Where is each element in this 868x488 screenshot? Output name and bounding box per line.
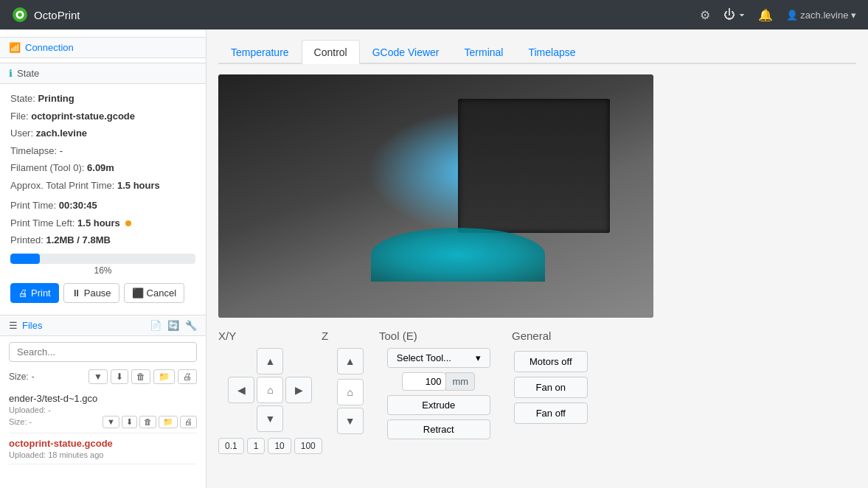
progress-bar-fill: [10, 254, 40, 264]
tab-control[interactable]: Control: [302, 40, 360, 64]
camera-image: [218, 74, 653, 318]
file-item-size-actions: ▼ ⬇ 🗑 📁 🖨: [103, 416, 197, 428]
bell-icon[interactable]: 🔔: [758, 8, 773, 22]
z-minus-button[interactable]: ▼: [337, 408, 364, 434]
fan-on-button[interactable]: Fan on: [514, 377, 588, 398]
file-trash-btn[interactable]: 🗑: [139, 416, 156, 428]
file-label: File:: [10, 111, 29, 122]
x-minus-button[interactable]: ◀: [228, 377, 254, 403]
wrench-files-icon[interactable]: 🔧: [185, 320, 197, 331]
print-file-button[interactable]: 🖨: [178, 369, 197, 384]
z-jog-col: ▲ ⌂ ▼: [337, 348, 364, 434]
wrench-icon[interactable]: ⚙: [700, 8, 710, 22]
file-icon[interactable]: 📄: [150, 320, 162, 331]
files-label[interactable]: Files: [22, 320, 42, 331]
files-section: ☰ Files 📄 🔄 🔧 Size: - ▼ ⬇ 🗑: [0, 315, 206, 464]
files-header-right: 📄 🔄 🔧: [150, 320, 197, 331]
y-plus-button[interactable]: ▲: [257, 348, 283, 374]
file-download-btn[interactable]: ⬇: [122, 416, 137, 428]
tab-terminal[interactable]: Terminal: [452, 40, 516, 64]
filament-label: Filament (Tool 0):: [10, 162, 84, 173]
file-item-meta: Uploaded: -: [9, 405, 197, 414]
xy-jog-col: ▲ ◀ ⌂ ▶ ▼ 0.1 1 10: [218, 348, 322, 454]
file-item-size-row: Size: - ▼ ⬇ 🗑 📁 🖨: [9, 416, 197, 428]
files-size-actions: ▼ ⬇ 🗑 📁 🖨: [88, 369, 197, 384]
brand-name: OctoPrint: [34, 9, 80, 21]
step-100-button[interactable]: 100: [294, 438, 322, 454]
tool-amount-row: mm: [402, 372, 475, 391]
list-item: ender-3/test-d~1.gco Uploaded: - Size: -…: [9, 388, 197, 433]
state-label-text: State:: [10, 93, 35, 104]
cancel-button[interactable]: ⬛ Cancel: [124, 283, 184, 303]
step-10-button[interactable]: 10: [268, 438, 291, 454]
tool-col: Select Tool... ▾ mm Extrude Retract: [387, 348, 490, 439]
action-buttons: 🖨 Print ⏸ Pause ⬛ Cancel: [10, 283, 195, 303]
printed-row: Printed: 1.2MB / 7.8MB: [10, 233, 195, 248]
file-folder-btn[interactable]: 📁: [159, 416, 178, 428]
size-value: -: [32, 372, 35, 382]
empty-cell-1: [228, 348, 254, 374]
jog-controls: X/Y Z Tool (E) General ▲ ◀ ⌂ ▶: [218, 330, 856, 454]
search-input[interactable]: [9, 342, 197, 362]
home-xy-button[interactable]: ⌂: [257, 377, 283, 403]
folder-button[interactable]: 📁: [153, 369, 175, 384]
tab-temperature[interactable]: Temperature: [218, 40, 302, 64]
empty-cell-4: [285, 405, 312, 432]
step-0-1-button[interactable]: 0.1: [218, 438, 244, 454]
y-minus-button[interactable]: ▼: [257, 405, 283, 432]
file-print-btn[interactable]: 🖨: [180, 416, 197, 428]
tool-select-label: Select Tool...: [397, 352, 451, 363]
state-row-timelapse: Timelapse: -: [10, 144, 195, 158]
x-plus-button[interactable]: ▶: [285, 377, 312, 403]
z-header: Z: [322, 330, 358, 342]
files-header-left: ☰ Files: [9, 320, 42, 331]
files-size-row: Size: - ▼ ⬇ 🗑 📁 🖨: [0, 368, 206, 388]
power-icon[interactable]: ⏻ ▾: [723, 8, 744, 21]
files-search-container: [0, 336, 206, 368]
active-file-meta: Uploaded: 18 minutes ago: [9, 450, 197, 459]
print-icon: 🖨: [18, 287, 28, 299]
tab-gcode-viewer[interactable]: GCode Viewer: [360, 40, 452, 64]
refresh-icon[interactable]: 🔄: [167, 320, 179, 331]
camera-feed: [218, 74, 856, 318]
z-spacer: ⌂: [337, 377, 364, 405]
tab-timelapse[interactable]: Timelapse: [515, 40, 588, 64]
z-plus-button[interactable]: ▲: [337, 348, 364, 374]
file-filter-btn[interactable]: ▼: [103, 416, 119, 428]
tool-amount-input[interactable]: [402, 372, 446, 391]
tool-select-button[interactable]: Select Tool... ▾: [387, 348, 490, 368]
tabs: Temperature Control GCode Viewer Termina…: [218, 38, 856, 64]
user-value: zach.levine: [36, 128, 87, 139]
user-menu[interactable]: 👤 zach.levine ▾: [786, 10, 856, 21]
column-headers: X/Y Z Tool (E) General: [218, 330, 856, 342]
step-1-button[interactable]: 1: [247, 438, 265, 454]
printer-simulation: [218, 74, 653, 318]
stop-icon: ⬛: [132, 287, 144, 299]
main-content: Temperature Control GCode Viewer Termina…: [206, 29, 868, 488]
state-label: State: [17, 68, 39, 79]
connection-label[interactable]: Connection: [25, 42, 74, 53]
filter-button[interactable]: ▼: [88, 369, 108, 384]
active-file-name: octoprint-statue.gcode: [9, 438, 197, 449]
state-row-file: File: octoprint-statue.gcode: [10, 109, 195, 124]
fan-off-button[interactable]: Fan off: [514, 402, 588, 424]
print-button[interactable]: 🖨 Print: [10, 283, 59, 303]
retract-button[interactable]: Retract: [387, 419, 490, 439]
motors-off-button[interactable]: Motors off: [514, 351, 588, 372]
extrude-button[interactable]: Extrude: [387, 395, 490, 415]
navbar-right: ⚙ ⏻ ▾ 🔔 👤 zach.levine ▾: [700, 8, 856, 22]
navbar: OctoPrint ⚙ ⏻ ▾ 🔔 👤 zach.levine ▾: [0, 0, 868, 29]
download-button[interactable]: ⬇: [111, 369, 128, 384]
main-layout: 📶 Connection ℹ State State: Printing Fil…: [0, 29, 868, 488]
trash-button[interactable]: 🗑: [131, 369, 150, 384]
empty-cell-2: [285, 348, 312, 374]
general-header: General: [512, 330, 551, 342]
general-col: Motors off Fan on Fan off: [514, 348, 588, 424]
time-left-label: Print Time Left:: [10, 217, 74, 229]
filament-value: 6.09m: [87, 162, 114, 173]
file-size-label: Size: -: [9, 417, 32, 426]
state-value: Printing: [38, 93, 74, 104]
pause-button[interactable]: ⏸ Pause: [63, 283, 119, 303]
state-header: ℹ State: [0, 63, 206, 84]
home-z-button[interactable]: ⌂: [337, 379, 364, 405]
